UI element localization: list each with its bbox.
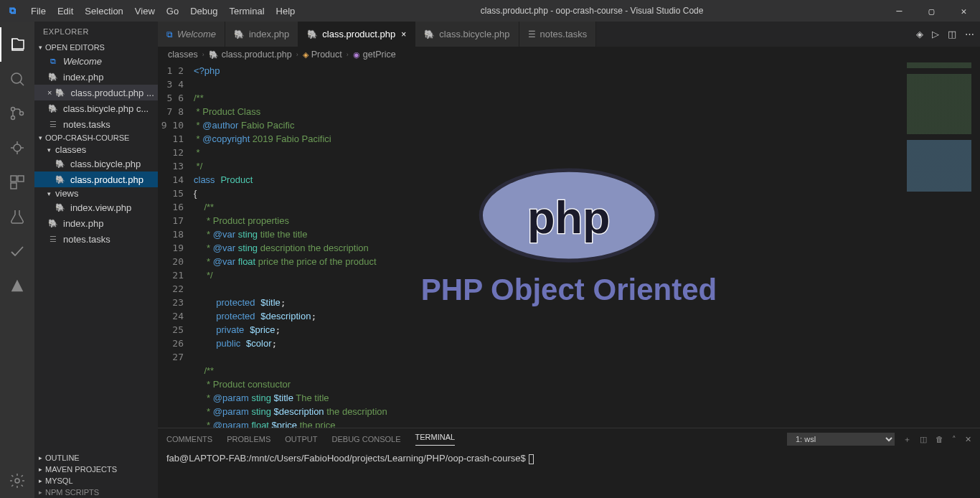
close-panel-icon[interactable]: ✕ xyxy=(965,435,971,444)
minimize-button[interactable]: ─ xyxy=(883,0,915,22)
svg-point-4 xyxy=(20,112,24,116)
panel-tab-debug[interactable]: DEBUG CONSOLE xyxy=(332,435,401,443)
bottom-panel: COMMENTS PROBLEMS OUTPUT DEBUG CONSOLE T… xyxy=(158,428,980,498)
azure-icon[interactable] xyxy=(0,268,34,303)
open-editors-header[interactable]: ▾OPEN EDITORS xyxy=(34,42,158,53)
editor-welcome[interactable]: ⧉Welcome xyxy=(34,53,158,69)
panel-tab-output[interactable]: OUTPUT xyxy=(285,435,317,443)
split-terminal-icon[interactable]: ◫ xyxy=(920,435,927,444)
settings-icon[interactable] xyxy=(0,464,34,498)
explorer-icon[interactable] xyxy=(0,27,34,62)
menu-edit[interactable]: Edit xyxy=(52,6,79,17)
close-icon[interactable]: × xyxy=(47,88,52,97)
diff-icon[interactable]: ◈ xyxy=(916,29,923,39)
terminal-body[interactable]: fab@LAPTOP-FAB:/mnt/c/Users/FabioHood/pr… xyxy=(158,450,980,467)
vscode-icon: ⧉ xyxy=(0,5,25,17)
svg-line-1 xyxy=(20,82,24,85)
editor-index[interactable]: 🐘index.php xyxy=(34,69,158,85)
tab-welcome[interactable]: ⧉Welcome xyxy=(158,22,225,47)
sidebar: EXPLORER ▾OPEN EDITORS ⧉Welcome 🐘index.p… xyxy=(34,22,158,498)
check-icon[interactable] xyxy=(0,234,34,268)
terminal-cursor xyxy=(529,454,534,464)
panel-tabs: COMMENTS PROBLEMS OUTPUT DEBUG CONSOLE T… xyxy=(158,428,980,450)
tab-class-bicycle[interactable]: 🐘class.bicycle.php xyxy=(415,22,519,47)
menu-go[interactable]: Go xyxy=(161,6,184,17)
svg-rect-11 xyxy=(18,176,24,182)
project-header[interactable]: ▾OOP-CRASH-COURSE xyxy=(34,132,158,144)
mysql-header[interactable]: ▸MYSQL xyxy=(34,475,158,487)
code-content[interactable]: <?php /** * Product Class * @author Fabi… xyxy=(194,62,980,428)
close-icon[interactable]: × xyxy=(401,29,406,39)
extensions-icon[interactable] xyxy=(0,165,34,199)
menu-view[interactable]: View xyxy=(129,6,161,17)
trash-icon[interactable]: 🗑 xyxy=(936,435,943,443)
debug-icon[interactable] xyxy=(0,131,34,165)
test-icon[interactable] xyxy=(0,199,34,234)
maximize-button[interactable]: ▢ xyxy=(915,0,948,22)
panel-tab-problems[interactable]: PROBLEMS xyxy=(227,435,270,443)
file-class-product[interactable]: 🐘class.product.php xyxy=(34,172,158,187)
maven-header[interactable]: ▸MAVEN PROJECTS xyxy=(34,464,158,475)
editor-tabs: ⧉Welcome 🐘index.php 🐘class.product.php× … xyxy=(158,22,980,47)
terminal-select[interactable]: 1: wsl xyxy=(787,433,895,446)
editor-class-bicycle[interactable]: 🐘class.bicycle.php c... xyxy=(34,100,158,116)
source-control-icon[interactable] xyxy=(0,96,34,131)
menu-bar: File Edit Selection View Go Debug Termin… xyxy=(25,6,301,17)
svg-rect-10 xyxy=(11,176,17,182)
activity-bar xyxy=(0,22,34,498)
close-button[interactable]: ✕ xyxy=(948,0,980,22)
svg-point-5 xyxy=(14,144,21,151)
tab-notes[interactable]: ☰notes.tasks xyxy=(519,22,597,47)
terminal-prompt: fab@LAPTOP-FAB:/mnt/c/Users/FabioHood/pr… xyxy=(166,453,526,464)
svg-point-0 xyxy=(11,73,22,83)
folder-classes[interactable]: ▾classes xyxy=(34,144,158,156)
file-index-view[interactable]: 🐘index.view.php xyxy=(34,199,158,215)
svg-rect-12 xyxy=(11,183,17,189)
menu-help[interactable]: Help xyxy=(270,6,301,17)
menu-file[interactable]: File xyxy=(25,6,52,17)
menu-terminal[interactable]: Terminal xyxy=(223,6,270,17)
file-notes[interactable]: ☰notes.tasks xyxy=(34,231,158,247)
run-icon[interactable]: ▷ xyxy=(932,29,939,39)
file-class-bicycle[interactable]: 🐘class.bicycle.php xyxy=(34,156,158,172)
tab-index[interactable]: 🐘index.php xyxy=(225,22,298,47)
sidebar-title: EXPLORER xyxy=(34,22,158,42)
line-gutter: 1 2 3 4 5 6 7 8 9 10 11 12 13 14 15 16 1… xyxy=(158,62,194,428)
svg-point-3 xyxy=(11,116,15,120)
titlebar: ⧉ File Edit Selection View Go Debug Term… xyxy=(0,0,980,22)
outline-header[interactable]: ▸OUTLINE xyxy=(34,452,158,464)
file-index[interactable]: 🐘index.php xyxy=(34,215,158,231)
menu-selection[interactable]: Selection xyxy=(79,6,128,17)
chevron-up-icon[interactable]: ˄ xyxy=(952,435,956,444)
breadcrumb[interactable]: classes› 🐘class.product.php› ◈Product› ◉… xyxy=(158,47,980,62)
panel-tab-terminal[interactable]: TERMINAL xyxy=(415,433,456,446)
editor-class-product[interactable]: ×🐘class.product.php ... xyxy=(34,85,158,100)
editor-area: ⧉Welcome 🐘index.php 🐘class.product.php× … xyxy=(158,22,980,498)
window-title: class.product.php - oop-crash-course - V… xyxy=(301,6,883,16)
folder-views[interactable]: ▾views xyxy=(34,187,158,199)
code-area[interactable]: 1 2 3 4 5 6 7 8 9 10 11 12 13 14 15 16 1… xyxy=(158,62,980,428)
split-icon[interactable]: ◫ xyxy=(948,29,956,39)
svg-point-2 xyxy=(11,108,15,111)
editor-notes[interactable]: ☰notes.tasks xyxy=(34,116,158,132)
npm-header[interactable]: ▸NPM SCRIPTS xyxy=(34,487,158,498)
new-terminal-icon[interactable]: ＋ xyxy=(903,434,911,445)
more-icon[interactable]: ⋯ xyxy=(965,29,974,39)
panel-tab-comments[interactable]: COMMENTS xyxy=(166,435,212,443)
search-icon[interactable] xyxy=(0,62,34,96)
svg-point-13 xyxy=(15,479,19,483)
menu-debug[interactable]: Debug xyxy=(184,6,223,17)
tab-class-product[interactable]: 🐘class.product.php× xyxy=(298,22,415,47)
window-controls: ─ ▢ ✕ xyxy=(883,0,980,22)
minimap[interactable] xyxy=(907,62,971,206)
